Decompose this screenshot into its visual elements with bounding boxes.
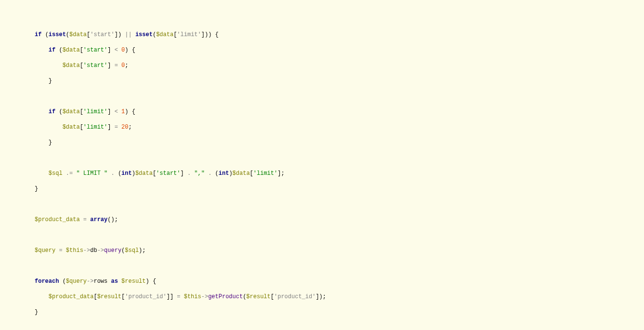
token-op: -> [97, 247, 104, 254]
token-op: < [111, 47, 121, 53]
token-pun: ])) [201, 31, 212, 38]
code-line[interactable]: $sql .= " LIMIT " . (int)$data['start'] … [0, 170, 644, 177]
code-line[interactable] [0, 154, 644, 162]
token-var: $data [135, 170, 153, 177]
token-var: $this [66, 247, 83, 254]
code-line[interactable] [0, 92, 644, 100]
token-pun: ( [45, 31, 49, 38]
token-pun: [ [271, 293, 274, 300]
token-op: || [121, 31, 135, 38]
token-pun: ] [181, 170, 184, 177]
token-func: query [104, 247, 121, 254]
token-pun: [ [80, 47, 83, 53]
token-str: " LIMIT " [76, 170, 107, 177]
token-var: $data [63, 108, 80, 115]
token-pun: (); [107, 216, 118, 223]
token-pun: ]; [277, 170, 284, 177]
token-op: = [173, 293, 184, 300]
token-pun: ( [63, 278, 66, 285]
token-num: 20 [121, 124, 128, 131]
token-str: 'start' [156, 170, 180, 177]
token-str: 'limit' [253, 170, 277, 177]
token-pun: ) [125, 108, 128, 115]
token-var: $result [121, 278, 145, 285]
token-var: $query [66, 278, 87, 285]
token-op: -> [87, 278, 93, 285]
token-funcb: array [90, 216, 107, 223]
token-op: -> [201, 293, 208, 300]
token-pun: ]); [315, 293, 326, 300]
token-pun: [ [80, 124, 83, 131]
code-line[interactable] [0, 324, 644, 330]
token-op: = [80, 216, 91, 223]
token-idx: 'product_id' [125, 293, 166, 300]
token-func: getProduct [208, 293, 243, 300]
code-line[interactable]: if (isset($data['start']) || isset($data… [0, 31, 644, 39]
token-prop: rows [93, 278, 107, 285]
token-pun: ]) [115, 31, 121, 38]
token-var: $data [63, 47, 80, 53]
token-pun: { [211, 31, 218, 38]
token-pun: ( [59, 108, 62, 115]
token-pun: ) [146, 278, 149, 285]
code-line[interactable]: } [0, 185, 644, 193]
code-line[interactable]: $query = $this->db->query($sql); [0, 247, 644, 254]
token-var: $data [156, 31, 173, 38]
token-pun: ]] [167, 293, 173, 300]
code-line[interactable]: $data['start'] = 0; [0, 62, 644, 69]
token-pun: ; [128, 124, 131, 131]
code-line[interactable]: if ($data['start'] < 0) { [0, 46, 644, 54]
token-pun: { [149, 278, 156, 285]
token-op: -> [83, 247, 90, 254]
token-pun: ( [59, 47, 62, 53]
token-kw: if [49, 47, 55, 53]
token-var: $data [63, 124, 80, 131]
token-var: $sql [125, 247, 139, 254]
code-line[interactable] [0, 200, 644, 208]
token-kw: if [35, 31, 41, 38]
token-var: $data [233, 170, 250, 177]
token-op: .= [63, 170, 77, 177]
code-line[interactable]: } [0, 77, 644, 85]
token-var: $result [97, 293, 121, 300]
token-str: "," [194, 170, 205, 177]
token-pun: [ [80, 108, 83, 115]
code-line[interactable]: $product_data[$result['product_id']] = $… [0, 293, 644, 301]
code-line[interactable]: $data['limit'] = 20; [0, 123, 644, 131]
token-pun: } [49, 78, 52, 84]
token-pun: [ [250, 170, 253, 177]
token-str: 'limit' [83, 124, 107, 131]
token-str: 'start' [83, 47, 107, 53]
token-op: . [184, 170, 195, 177]
token-var: $product_data [35, 216, 80, 223]
token-kw: int [219, 170, 229, 177]
token-plain [118, 278, 121, 285]
token-kw: foreach [35, 278, 59, 285]
token-idx: 'start' [90, 31, 114, 38]
code-line[interactable]: foreach ($query->rows as $result) { [0, 277, 644, 285]
token-var: $product_data [49, 293, 94, 300]
code-line[interactable]: } [0, 139, 644, 146]
token-pun: ( [118, 170, 121, 177]
code-line[interactable]: $product_data = array(); [0, 216, 644, 224]
code-line[interactable]: if ($data['limit'] < 1) { [0, 108, 644, 116]
token-pun: [ [80, 62, 83, 69]
token-op: = [111, 62, 121, 69]
token-op: = [55, 247, 66, 254]
token-pun: ( [215, 170, 219, 177]
token-idx: 'limit' [177, 31, 201, 38]
token-op: . [107, 170, 118, 177]
token-var: $this [184, 293, 201, 300]
token-pun: ) [132, 170, 135, 177]
token-pun: ) [229, 170, 232, 177]
code-line[interactable]: } [0, 308, 644, 316]
code-editor[interactable]: if (isset($data['start']) || isset($data… [0, 31, 644, 330]
token-op: . [205, 170, 215, 177]
token-pun: } [35, 309, 38, 316]
token-plain [41, 31, 45, 38]
token-pun: [ [93, 293, 97, 300]
code-line[interactable] [0, 231, 644, 239]
code-line[interactable] [0, 262, 644, 270]
token-str: 'start' [83, 62, 107, 69]
token-pun: ( [66, 31, 69, 38]
